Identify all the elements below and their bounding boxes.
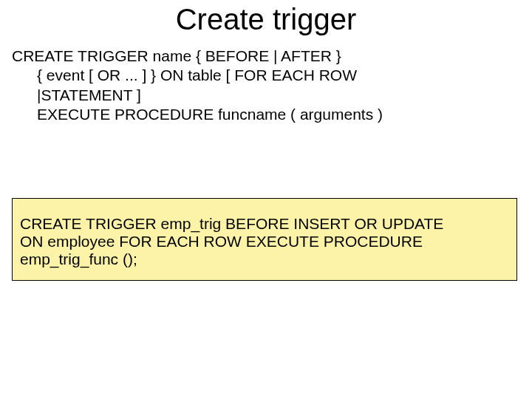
example-line-2: ON employee FOR EACH ROW EXECUTE PROCEDU… xyxy=(20,233,423,250)
example-line-1: CREATE TRIGGER emp_trig BEFORE INSERT OR… xyxy=(20,215,443,232)
syntax-line-1: CREATE TRIGGER name { BEFORE | AFTER } xyxy=(12,47,341,64)
example-code: CREATE TRIGGER emp_trig BEFORE INSERT OR… xyxy=(20,215,509,268)
example-line-3: emp_trig_func (); xyxy=(20,250,137,267)
slide: Create trigger CREATE TRIGGER name { BEF… xyxy=(0,0,532,399)
syntax-block: CREATE TRIGGER name { BEFORE | AFTER } {… xyxy=(12,47,520,124)
syntax-line-2: { event [ OR ... ] } ON table [ FOR EACH… xyxy=(12,66,520,85)
syntax-line-4: EXECUTE PROCEDURE funcname ( arguments ) xyxy=(12,105,520,124)
syntax-line-3: |STATEMENT ] xyxy=(12,86,520,105)
example-box: CREATE TRIGGER emp_trig BEFORE INSERT OR… xyxy=(12,198,517,281)
slide-title: Create trigger xyxy=(0,0,532,36)
